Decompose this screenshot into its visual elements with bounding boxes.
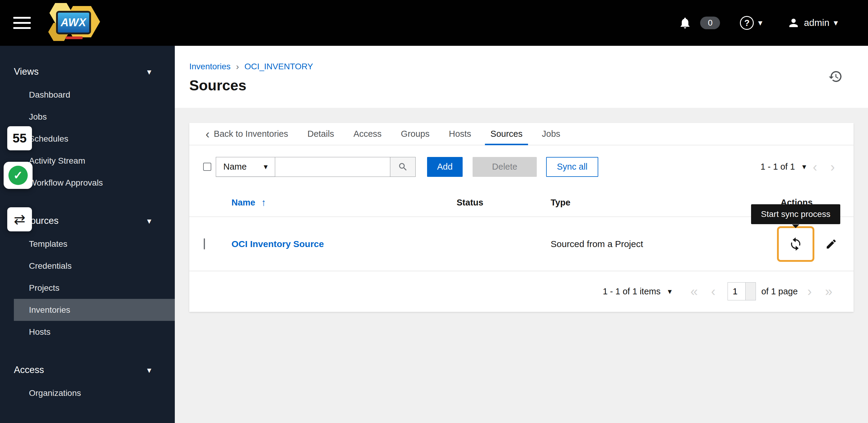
sidebar-item-inventories[interactable]: Inventories: [14, 299, 175, 321]
add-button[interactable]: Add: [427, 157, 463, 177]
logo-monitor: AWX: [56, 11, 91, 34]
history-icon: [828, 69, 843, 84]
start-sync-button[interactable]: [788, 237, 803, 251]
chevron-down-icon: ▾: [834, 19, 838, 27]
prev-page-button[interactable]: ‹: [704, 285, 722, 298]
search-icon: [398, 162, 408, 172]
chevron-down-icon: ▾: [147, 216, 151, 226]
main-content: Inventories › OCI_INVENTORY Sources ‹ Ba…: [175, 46, 868, 423]
logo-stand: [66, 36, 83, 39]
list-toolbar: Name ▾ Add Delete Sync all 1 - 1 of 1 ▾: [189, 145, 854, 188]
user-menu-button[interactable]: admin ▾: [787, 17, 838, 29]
next-page-button[interactable]: ›: [801, 285, 818, 298]
tab-groups[interactable]: Groups: [391, 123, 439, 145]
tab-sources[interactable]: Sources: [481, 123, 532, 145]
pagination-controls: « ‹ of 1 page › »: [684, 282, 839, 300]
edit-source-button[interactable]: [825, 238, 837, 250]
sync-all-button[interactable]: Sync all: [546, 157, 598, 177]
tab-bar: ‹ Back to Inventories Details Access Gro…: [189, 123, 854, 145]
row-checkbox[interactable]: [204, 238, 205, 250]
column-header-name[interactable]: Name: [231, 198, 255, 207]
step-counter-overlay: 55: [7, 126, 32, 150]
chevron-right-icon: ›: [236, 61, 239, 72]
sidebar-item-templates[interactable]: Templates: [0, 233, 175, 255]
source-type-cell: Sourced from a Project: [551, 239, 774, 249]
filter-key-select[interactable]: Name ▾: [216, 157, 275, 177]
chevron-down-icon: ▾: [668, 287, 672, 296]
notification-count-badge: 0: [700, 17, 720, 29]
sync-tooltip: Start sync process: [751, 204, 840, 224]
topbar-actions: 0 ? ▾ admin ▾: [678, 16, 838, 30]
column-header-status: Status: [457, 198, 551, 207]
success-check-overlay: ✓: [4, 162, 33, 189]
range-summary-dropdown[interactable]: 1 - 1 of 1 ▾: [761, 162, 806, 172]
pencil-icon: [825, 238, 837, 250]
awx-logo[interactable]: AWX: [48, 3, 100, 43]
page-input-spinner: [746, 282, 756, 300]
search-button[interactable]: [390, 157, 415, 177]
top-navbar: AWX 0 ? ▾ admin ▾: [0, 0, 868, 46]
sidebar-group-views[interactable]: Views ▾: [0, 60, 175, 84]
sidebar-item-projects[interactable]: Projects: [0, 277, 175, 299]
question-icon: ?: [740, 16, 754, 30]
toolbar-pagination: 1 - 1 of 1 ▾ ‹ ›: [761, 160, 841, 173]
items-summary-dropdown[interactable]: 1 - 1 of 1 items ▾: [603, 287, 672, 296]
sidebar-item-organizations[interactable]: Organizations: [0, 382, 175, 404]
range-summary-label: 1 - 1 of 1: [761, 162, 795, 172]
items-summary-label: 1 - 1 of 1 items: [603, 287, 661, 296]
sources-card: ‹ Back to Inventories Details Access Gro…: [189, 123, 854, 312]
page-header: Inventories › OCI_INVENTORY Sources: [175, 46, 868, 108]
breadcrumb-inventories-link[interactable]: Inventories: [189, 62, 230, 71]
chevron-down-icon: ▾: [147, 365, 151, 375]
help-menu-button[interactable]: ? ▾: [740, 16, 762, 30]
user-icon: [787, 17, 800, 29]
chevron-down-icon: ▾: [758, 19, 762, 27]
sidebar-group-access[interactable]: Access ▾: [0, 358, 175, 382]
column-header-type: Type: [551, 198, 774, 207]
tab-hosts[interactable]: Hosts: [439, 123, 481, 145]
sync-button-highlight-ring: [777, 226, 814, 262]
sidebar-section-access: Access ▾ Organizations: [0, 358, 175, 404]
tab-details[interactable]: Details: [298, 123, 344, 145]
breadcrumb: Inventories › OCI_INVENTORY: [189, 61, 843, 72]
next-page-button[interactable]: ›: [824, 160, 841, 173]
select-all-checkbox[interactable]: [203, 163, 211, 171]
angle-left-icon: ‹: [206, 129, 210, 139]
delete-button[interactable]: Delete: [472, 157, 537, 177]
sidebar-item-jobs[interactable]: Jobs: [0, 106, 175, 128]
first-page-button[interactable]: «: [684, 285, 704, 298]
hamburger-icon: [13, 17, 31, 19]
chevron-down-icon: ▾: [264, 162, 268, 171]
prev-page-button[interactable]: ‹: [806, 160, 824, 173]
sidebar-item-dashboard[interactable]: Dashboard: [0, 84, 175, 106]
sync-icon: [788, 237, 803, 251]
breadcrumb-oci-inventory-link[interactable]: OCI_INVENTORY: [244, 62, 313, 71]
tab-jobs[interactable]: Jobs: [532, 123, 570, 145]
table-row: OCI Inventory Source Sourced from a Proj…: [189, 217, 854, 271]
sidebar-group-label: Access: [14, 364, 44, 376]
last-page-button[interactable]: »: [818, 285, 839, 298]
bell-icon: [678, 16, 692, 30]
notifications-button[interactable]: 0: [678, 16, 720, 30]
tab-back-to-inventories[interactable]: ‹ Back to Inventories: [196, 123, 298, 145]
sort-ascending-icon[interactable]: ↑: [261, 197, 266, 208]
tab-access[interactable]: Access: [344, 123, 391, 145]
chevron-down-icon: ▾: [147, 67, 151, 77]
page-number-input[interactable]: [727, 282, 746, 300]
logo-text: AWX: [61, 16, 86, 29]
page-title: Sources: [189, 77, 843, 94]
sidebar-item-hosts[interactable]: Hosts: [0, 321, 175, 343]
sidebar-item-credentials[interactable]: Credentials: [0, 255, 175, 277]
sidebar: Views ▾ Dashboard Jobs Schedules Activit…: [0, 46, 175, 423]
search-input[interactable]: [275, 157, 390, 177]
check-icon: ✓: [8, 166, 28, 185]
sidebar-group-label: Views: [14, 66, 38, 77]
nav-toggle-button[interactable]: [13, 17, 31, 29]
source-name-link[interactable]: OCI Inventory Source: [231, 239, 324, 249]
page-count-label: of 1 page: [761, 287, 798, 296]
chevron-down-icon: ▾: [802, 162, 806, 171]
username-label: admin: [804, 18, 830, 28]
history-button[interactable]: [828, 69, 843, 85]
swap-arrows-overlay: ⇄: [7, 207, 32, 231]
content-area: ‹ Back to Inventories Details Access Gro…: [175, 108, 868, 423]
